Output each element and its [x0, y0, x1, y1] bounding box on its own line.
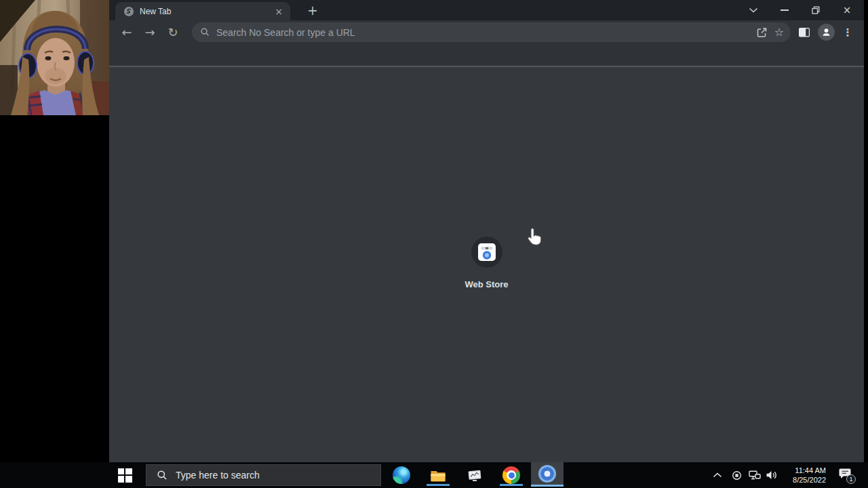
- network-icon: [749, 470, 761, 480]
- webstore-label: Web Store: [465, 279, 508, 289]
- clock-date: 8/25/2022: [781, 475, 826, 485]
- share-icon[interactable]: [755, 26, 768, 39]
- task-manager-icon: [466, 466, 484, 484]
- taskbar-search-placeholder: Type here to search: [176, 470, 260, 481]
- notification-count-badge: 1: [846, 474, 856, 484]
- file-explorer-icon: [429, 466, 447, 484]
- browser-window: New Tab × + × ← → ↻: [109, 0, 864, 462]
- tray-chevron-up-button[interactable]: [713, 472, 722, 478]
- close-window-button[interactable]: ×: [831, 0, 863, 20]
- tab-close-icon[interactable]: ×: [273, 5, 285, 18]
- file-explorer-running-indicator: [427, 484, 450, 486]
- profile-icon: [818, 24, 835, 41]
- restore-button[interactable]: [800, 0, 831, 20]
- tab-search-chevron-icon[interactable]: [738, 0, 769, 20]
- new-tab-button[interactable]: +: [304, 3, 321, 18]
- taskbar-search-icon: [157, 470, 167, 481]
- bookmarks-bar: [109, 44, 864, 66]
- clock-time: 11:44 AM: [781, 466, 826, 475]
- taskbar-item-task-manager[interactable]: [465, 465, 485, 485]
- webstore-logo-icon: [478, 243, 496, 261]
- profile-button[interactable]: [815, 22, 837, 43]
- windows-start-icon: [118, 468, 132, 483]
- tray-app-icon: [732, 470, 742, 481]
- taskbar-item-chrome[interactable]: [501, 465, 521, 485]
- volume-icon: [766, 470, 778, 481]
- chrome-icon: [502, 466, 520, 484]
- tab-title: New Tab: [140, 7, 273, 16]
- taskbar-item-file-explorer[interactable]: [428, 465, 448, 485]
- search-icon: [200, 27, 210, 37]
- start-button[interactable]: [109, 462, 140, 488]
- webstore-tile[interactable]: [471, 237, 502, 268]
- reload-button[interactable]: ↻: [163, 23, 182, 42]
- chromium-icon: [538, 465, 556, 483]
- restore-icon: [812, 6, 820, 14]
- side-panel-button[interactable]: [793, 22, 815, 43]
- new-tab-page: Web Store: [109, 67, 864, 462]
- hand-cursor-icon: [526, 227, 543, 247]
- back-button[interactable]: ←: [117, 23, 136, 42]
- minimize-button[interactable]: [769, 0, 800, 20]
- address-bar[interactable]: Search No Search or type a URL ☆: [192, 22, 791, 42]
- side-panel-icon: [798, 27, 810, 38]
- tray-chevron-up-icon: [713, 472, 722, 478]
- volume-button[interactable]: [766, 470, 778, 481]
- webstore-shortcut[interactable]: Web Store: [465, 237, 508, 289]
- action-center-button[interactable]: 1: [838, 468, 856, 484]
- taskbar-item-edge[interactable]: [391, 465, 412, 485]
- omnibox-actions: ☆: [755, 26, 784, 39]
- window-controls: ×: [738, 0, 863, 20]
- tab-strip: New Tab × + ×: [109, 0, 864, 20]
- chromium-running-indicator: [531, 485, 564, 487]
- edge-icon: [393, 466, 410, 484]
- minimize-icon: [781, 9, 789, 11]
- taskbar-clock[interactable]: 11:44 AM 8/25/2022: [781, 466, 826, 485]
- bookmark-star-icon[interactable]: ☆: [774, 27, 784, 38]
- chrome-running-indicator: [500, 484, 523, 486]
- menu-button[interactable]: ⋮: [837, 22, 859, 43]
- taskbar-item-chromium-active[interactable]: [531, 462, 564, 485]
- screen: New Tab × + × ← → ↻: [0, 0, 868, 488]
- taskbar-search-box[interactable]: Type here to search: [146, 464, 381, 486]
- webcam-overlay: [0, 0, 109, 115]
- tab-new-tab[interactable]: New Tab ×: [115, 2, 290, 20]
- browser-toolbar: ← → ↻ Search No Search or type a URL ☆: [109, 20, 864, 44]
- tab-favicon-icon: [123, 6, 134, 17]
- address-placeholder: Search No Search or type a URL: [216, 27, 755, 38]
- network-button[interactable]: [749, 470, 761, 480]
- forward-button[interactable]: →: [140, 23, 159, 42]
- screen-right-edge: [864, 0, 868, 462]
- taskbar: Type here to search: [0, 462, 868, 488]
- tray-app-button[interactable]: [732, 470, 742, 481]
- webcam-person-illustration: [0, 0, 109, 115]
